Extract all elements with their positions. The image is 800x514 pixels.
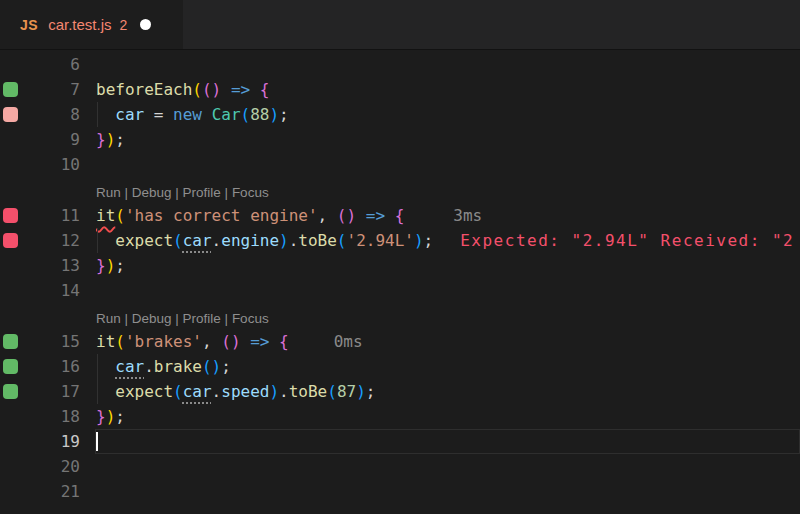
codelens-profile-link[interactable]: Profile: [183, 185, 221, 200]
code-token: [356, 206, 366, 225]
code-token: (: [115, 332, 125, 351]
code-token: ;: [366, 382, 376, 401]
code-token: [250, 80, 260, 99]
test-status-gutter-icon-fail[interactable]: [3, 233, 18, 248]
code-token: new: [173, 105, 202, 124]
code-token: (: [192, 80, 202, 99]
codelens-focus-link[interactable]: Focus: [232, 311, 269, 326]
code-token: car: [115, 105, 144, 124]
test-duration: 3ms: [453, 206, 482, 225]
gutter-cell: [0, 208, 24, 223]
line-number: 17: [24, 382, 80, 401]
code-token: [241, 332, 251, 351]
codelens-run-link[interactable]: Run: [96, 311, 121, 326]
code-token: it: [96, 206, 115, 225]
code-line: 19: [0, 429, 800, 454]
line-number: 18: [24, 407, 80, 426]
gutter-cell: [0, 359, 24, 374]
gutter-cell: [0, 233, 24, 248]
code-text: car.brake();: [96, 354, 231, 379]
code-token: ;: [279, 105, 289, 124]
test-status-gutter-icon-fail[interactable]: [3, 208, 18, 223]
line-number: 19: [24, 432, 80, 451]
code-token: beforeEach: [96, 80, 192, 99]
code-token: =>: [231, 80, 250, 99]
code-line: 16 car.brake();: [0, 354, 800, 379]
code-token: [202, 105, 212, 124]
code-token: (: [173, 382, 183, 401]
indent-guide: [97, 102, 98, 127]
codelens-separator: |: [221, 311, 232, 326]
code-token: it: [96, 332, 115, 351]
test-status-gutter-icon-stale[interactable]: [3, 107, 18, 122]
codelens-debug-link[interactable]: Debug: [132, 185, 172, 200]
code-token: toBe: [289, 382, 328, 401]
codelens-profile-link[interactable]: Profile: [183, 311, 221, 326]
line-number: 15: [24, 332, 80, 351]
code-token: }: [96, 256, 106, 275]
test-status-gutter-icon-pass[interactable]: [3, 359, 18, 374]
code-token: ): [414, 231, 424, 250]
codelens-separator: |: [121, 311, 132, 326]
code-token: .: [212, 231, 222, 250]
codelens-links: Run | Debug | Profile | Focus: [96, 311, 269, 329]
codelens-separator: |: [172, 311, 183, 326]
code-token: expect: [115, 382, 173, 401]
code-token: '2.94L': [347, 231, 414, 250]
line-number: 8: [24, 105, 80, 124]
code-token: =: [154, 105, 164, 124]
gutter-cell: [0, 384, 24, 399]
tab-car-test-js[interactable]: JS car.test.js 2: [0, 0, 183, 49]
code-token: (): [221, 332, 240, 351]
code-text: });: [96, 253, 125, 278]
current-line-highlight: [95, 429, 800, 454]
code-token: toBe: [298, 231, 337, 250]
code-token: ;: [115, 256, 125, 275]
code-token: speed: [221, 382, 269, 401]
code-token: expect: [115, 231, 173, 250]
vscode-editor-window: JS car.test.js 2 67beforeEach(() => {8 c…: [0, 0, 800, 514]
test-status-gutter-icon-pass[interactable]: [3, 82, 18, 97]
code-token: car: [183, 231, 212, 250]
codelens-run-link[interactable]: Run: [96, 185, 121, 200]
unsaved-changes-icon[interactable]: [140, 19, 151, 30]
code-token: engine: [221, 231, 279, 250]
tab-bar: JS car.test.js 2: [0, 0, 800, 50]
indent-guide: [97, 228, 98, 253]
code-line: 7beforeEach(() => {: [0, 77, 800, 102]
test-status-gutter-icon-pass[interactable]: [3, 384, 18, 399]
code-line: 13});: [0, 253, 800, 278]
code-token: car: [183, 382, 212, 401]
codelens-links: Run | Debug | Profile | Focus: [96, 185, 269, 203]
code-token: .: [144, 357, 154, 376]
code-token: {: [260, 80, 270, 99]
line-number: 14: [24, 281, 80, 300]
codelens-focus-link[interactable]: Focus: [232, 185, 269, 200]
code-text: });: [96, 127, 125, 152]
code-token: ): [106, 407, 116, 426]
tab-title: car.test.js: [48, 16, 111, 33]
code-token: ;: [115, 407, 125, 426]
code-token: (: [327, 382, 337, 401]
code-token: (: [173, 231, 183, 250]
test-duration: 0ms: [334, 332, 363, 351]
code-token: car: [115, 357, 144, 376]
code-line: 14: [0, 278, 800, 303]
code-token: (: [241, 105, 251, 124]
code-token: ,: [318, 206, 328, 225]
code-token: .: [279, 382, 289, 401]
code-token: ;: [115, 130, 125, 149]
test-status-gutter-icon-pass[interactable]: [3, 334, 18, 349]
codelens-debug-link[interactable]: Debug: [132, 311, 172, 326]
code-token: (): [337, 206, 356, 225]
code-line: 8 car = new Car(88);: [0, 102, 800, 127]
code-token: (): [202, 357, 221, 376]
code-token: ): [106, 130, 116, 149]
code-token: =>: [250, 332, 269, 351]
code-token: 87: [337, 382, 356, 401]
code-editor: 67beforeEach(() => {8 car = new Car(88);…: [0, 50, 800, 504]
code-token: ): [356, 382, 366, 401]
gutter-cell: [0, 82, 24, 97]
code-text: it('has correct engine', () => {3ms: [96, 203, 482, 228]
code-token: [327, 206, 337, 225]
